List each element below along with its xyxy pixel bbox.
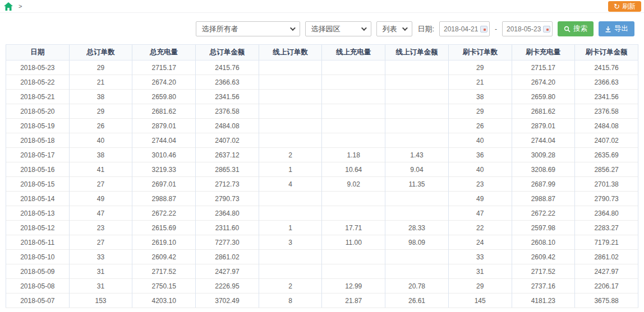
table-cell: 2311.60 bbox=[196, 221, 259, 235]
table-cell: 2856.27 bbox=[575, 162, 638, 177]
table-row: 2018-05-13472672.222364.80472672.222364.… bbox=[6, 206, 638, 221]
export-button[interactable]: 导出 bbox=[599, 21, 634, 36]
date-range-separator: - bbox=[495, 25, 497, 33]
table-cell: 26.61 bbox=[385, 294, 449, 308]
table-cell: 1.43 bbox=[385, 148, 449, 162]
table-cell bbox=[322, 206, 385, 221]
table-cell: 38 bbox=[69, 90, 132, 104]
table-cell: 21.87 bbox=[322, 294, 385, 308]
table-cell: 2717.52 bbox=[512, 264, 575, 279]
table-row: 2018-05-23292715.172415.76292715.172415.… bbox=[6, 60, 638, 75]
table-cell: 49 bbox=[448, 192, 512, 206]
table-cell: 2701.38 bbox=[575, 177, 638, 192]
table-row: 2018-05-22212674.202366.63212674.202366.… bbox=[6, 75, 638, 90]
table-cell: 2717.52 bbox=[132, 264, 196, 279]
table-cell: 2206.17 bbox=[575, 279, 638, 294]
table-cell: 2619.10 bbox=[132, 235, 196, 250]
table-cell: 2879.01 bbox=[512, 119, 575, 133]
table-row: 2018-05-14492988.872790.73492988.872790.… bbox=[6, 192, 638, 206]
table-cell: 2687.99 bbox=[512, 177, 575, 192]
table-cell bbox=[322, 60, 385, 75]
table-cell: 29 bbox=[448, 104, 512, 119]
table-cell: 2018-05-14 bbox=[6, 192, 70, 206]
table-cell: 2635.69 bbox=[575, 148, 638, 162]
table-cell: 2790.73 bbox=[575, 192, 638, 206]
table-cell bbox=[322, 119, 385, 133]
table-cell: 2597.98 bbox=[512, 221, 575, 235]
search-button-label: 搜索 bbox=[573, 24, 587, 34]
view-select-value: 列表 bbox=[382, 24, 397, 34]
table-cell bbox=[322, 192, 385, 206]
table-cell: 33 bbox=[448, 250, 512, 264]
table-row: 2018-05-10332609.422861.02332609.422861.… bbox=[6, 250, 638, 264]
table-cell bbox=[259, 119, 322, 133]
table-cell: 2427.97 bbox=[575, 264, 638, 279]
table-cell: 41 bbox=[69, 162, 132, 177]
table-cell: 2861.02 bbox=[196, 250, 259, 264]
table-cell: 10.64 bbox=[322, 162, 385, 177]
table-cell bbox=[385, 60, 449, 75]
table-cell: 2609.42 bbox=[132, 250, 196, 264]
table-row: 2018-05-071534203.103702.49821.8726.6114… bbox=[6, 294, 638, 308]
view-select[interactable]: 列表 bbox=[376, 21, 412, 36]
table-cell: 2018-05-16 bbox=[6, 162, 70, 177]
table-cell: 145 bbox=[448, 294, 512, 308]
search-button[interactable]: 搜索 bbox=[558, 21, 594, 36]
table-cell: 2376.58 bbox=[575, 104, 638, 119]
park-select[interactable]: 选择园区 bbox=[305, 21, 371, 36]
table-cell: 2018-05-12 bbox=[6, 221, 70, 235]
table-cell: 20.78 bbox=[385, 279, 449, 294]
table-cell: 1 bbox=[259, 162, 322, 177]
table-cell bbox=[322, 104, 385, 119]
home-icon[interactable] bbox=[4, 2, 13, 11]
owner-select[interactable]: 选择所有者 bbox=[196, 21, 300, 36]
table-row: 2018-05-08312750.152226.95212.9920.78292… bbox=[6, 279, 638, 294]
refresh-button-label: 刷新 bbox=[622, 2, 636, 11]
column-header: 日期 bbox=[6, 45, 70, 60]
column-header: 总订单金额 bbox=[196, 45, 259, 60]
table-cell: 2364.80 bbox=[575, 206, 638, 221]
table-row: 2018-05-19262879.012484.08262879.012484.… bbox=[6, 119, 638, 133]
table-cell bbox=[322, 90, 385, 104]
calendar-icon[interactable] bbox=[543, 26, 550, 32]
table-cell: 2341.56 bbox=[196, 90, 259, 104]
table-cell: 2018-05-23 bbox=[6, 60, 70, 75]
table-cell: 3009.28 bbox=[512, 148, 575, 162]
column-header: 总充电量 bbox=[132, 45, 196, 60]
table-cell: 1 bbox=[259, 221, 322, 235]
table-cell: 2364.80 bbox=[196, 206, 259, 221]
table-cell: 23 bbox=[69, 221, 132, 235]
refresh-button[interactable]: ↻ 刷新 bbox=[608, 1, 641, 12]
top-bar: > ↻ 刷新 bbox=[0, 0, 644, 13]
table-cell: 4203.10 bbox=[132, 294, 196, 308]
calendar-icon[interactable] bbox=[480, 26, 487, 32]
table-cell bbox=[322, 75, 385, 90]
breadcrumb: > bbox=[19, 3, 22, 10]
table-cell: 1.18 bbox=[322, 148, 385, 162]
table-cell bbox=[322, 133, 385, 148]
table-cell: 2988.87 bbox=[132, 192, 196, 206]
table-cell: 2283.27 bbox=[575, 221, 638, 235]
table-cell: 2715.17 bbox=[132, 60, 196, 75]
table-cell: 2484.08 bbox=[575, 119, 638, 133]
table-cell: 2659.80 bbox=[512, 90, 575, 104]
table-cell: 2659.80 bbox=[132, 90, 196, 104]
table-cell: 2018-05-19 bbox=[6, 119, 70, 133]
table-cell: 29 bbox=[69, 104, 132, 119]
table-cell: 21 bbox=[448, 75, 512, 90]
table-cell: 26 bbox=[69, 119, 132, 133]
table-cell bbox=[322, 250, 385, 264]
table-cell: 40 bbox=[69, 133, 132, 148]
download-icon bbox=[605, 26, 611, 32]
table-cell: 2018-05-21 bbox=[6, 90, 70, 104]
table-cell: 29 bbox=[69, 60, 132, 75]
table-cell: 2366.63 bbox=[196, 75, 259, 90]
table-cell: 2712.73 bbox=[196, 177, 259, 192]
table-cell bbox=[259, 192, 322, 206]
table-cell: 24 bbox=[448, 235, 512, 250]
table-cell: 21 bbox=[69, 75, 132, 90]
table-row: 2018-05-21382659.802341.56382659.802341.… bbox=[6, 90, 638, 104]
table-cell: 2018-05-09 bbox=[6, 264, 70, 279]
table-cell: 3 bbox=[259, 235, 322, 250]
table-cell: 29 bbox=[448, 60, 512, 75]
